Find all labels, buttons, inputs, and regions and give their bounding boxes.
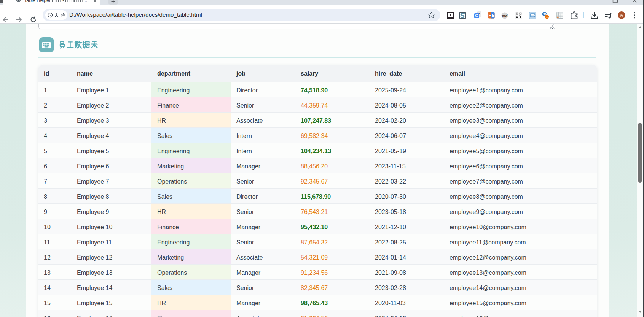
svg-text:G: G [475, 14, 478, 18]
svg-text:E: E [492, 13, 494, 17]
svg-text:F: F [488, 13, 491, 17]
svg-text:md: md [502, 13, 507, 17]
